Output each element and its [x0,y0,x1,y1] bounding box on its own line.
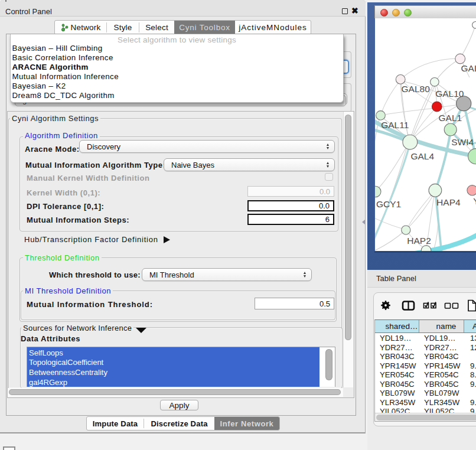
svg-text:HAP2: HAP2 [407,236,431,246]
svg-text:Y: Y [473,196,476,206]
svg-text:SWI4: SWI4 [451,137,474,147]
svg-text:GAL10: GAL10 [435,89,464,99]
svg-text:GAL11: GAL11 [381,120,409,130]
svg-text:GAL4: GAL4 [410,151,434,161]
svg-text:GAL: GAL [461,63,476,73]
svg-text:GAL80: GAL80 [402,84,431,94]
svg-text:GAL1: GAL1 [439,113,462,123]
svg-text:HAP4: HAP4 [436,197,461,207]
svg-text:GCY1: GCY1 [376,199,401,209]
